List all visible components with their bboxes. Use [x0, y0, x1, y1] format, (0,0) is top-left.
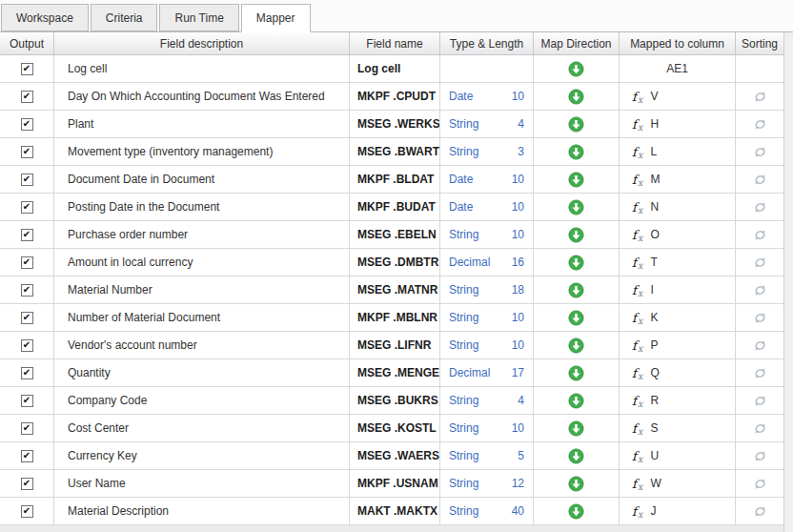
map-direction-cell[interactable]: [534, 442, 620, 469]
type-length-cell[interactable]: String10: [440, 221, 534, 248]
sorting-cell[interactable]: [736, 111, 783, 137]
type-length-cell[interactable]: [440, 55, 534, 82]
output-checkbox[interactable]: ✔: [21, 367, 33, 379]
mapped-to-column-cell[interactable]: fxN: [620, 194, 736, 220]
sorting-cell[interactable]: [736, 332, 783, 358]
column-header-sorting[interactable]: Sorting: [736, 32, 783, 54]
mapped-to-column-cell[interactable]: fxQ: [620, 359, 736, 386]
type-length-cell[interactable]: Date10: [440, 166, 534, 193]
vertical-scrollbar[interactable]: [783, 32, 793, 532]
map-direction-cell[interactable]: [534, 415, 620, 441]
map-direction-cell[interactable]: [534, 221, 620, 248]
sorting-cell[interactable]: [736, 83, 783, 110]
type-length-cell[interactable]: String10: [440, 332, 534, 358]
sorting-cell[interactable]: [736, 194, 783, 220]
map-direction-cell[interactable]: [534, 166, 620, 193]
map-direction-cell[interactable]: [534, 55, 620, 82]
length-value: 16: [512, 256, 524, 269]
output-checkbox[interactable]: ✔: [21, 312, 33, 324]
output-checkbox[interactable]: ✔: [21, 450, 33, 462]
type-length-cell[interactable]: String10: [440, 304, 534, 331]
sorting-cell[interactable]: [736, 276, 783, 303]
tab-workspace[interactable]: Workspace: [1, 4, 89, 31]
sorting-cell[interactable]: [736, 415, 783, 441]
map-direction-cell[interactable]: [534, 304, 620, 331]
type-length-cell[interactable]: String12: [440, 470, 534, 497]
map-direction-cell[interactable]: [534, 332, 620, 358]
column-header-output[interactable]: Output: [0, 32, 54, 54]
mapped-to-column-cell[interactable]: AE1: [620, 55, 736, 82]
sorting-cell[interactable]: [736, 166, 783, 193]
sorting-cell[interactable]: [736, 249, 783, 276]
output-checkbox[interactable]: ✔: [21, 63, 33, 75]
mapped-to-column-cell[interactable]: fxS: [620, 415, 736, 441]
type-length-cell[interactable]: Date10: [440, 83, 534, 110]
tab-run-time[interactable]: Run Time: [159, 4, 238, 31]
type-length-cell[interactable]: String10: [440, 415, 534, 441]
output-checkbox[interactable]: ✔: [21, 505, 33, 518]
output-checkbox[interactable]: ✔: [21, 174, 33, 186]
sorting-cell[interactable]: [736, 304, 783, 331]
output-checkbox[interactable]: ✔: [21, 395, 33, 407]
sorting-cell[interactable]: [736, 470, 783, 497]
column-header-mapped-to-column[interactable]: Mapped to column: [620, 32, 736, 54]
tab-criteria[interactable]: Criteria: [91, 4, 158, 31]
mapped-to-column-cell[interactable]: fxH: [620, 111, 736, 137]
column-header-field-description[interactable]: Field description: [54, 32, 350, 54]
mapped-to-column-cell[interactable]: fxK: [620, 304, 736, 331]
map-direction-cell[interactable]: [534, 249, 620, 276]
output-checkbox[interactable]: ✔: [21, 229, 33, 241]
mapped-to-column-cell[interactable]: fxI: [620, 276, 736, 303]
mapped-to-column-cell[interactable]: fxR: [620, 387, 736, 414]
mapped-to-column-cell[interactable]: fxU: [620, 442, 736, 469]
type-length-cell[interactable]: String40: [440, 498, 534, 524]
mapped-to-column-cell[interactable]: fxT: [620, 249, 736, 276]
column-header-type-length[interactable]: Type & Length: [440, 32, 534, 54]
map-direction-cell[interactable]: [534, 470, 620, 497]
map-direction-cell[interactable]: [534, 387, 620, 414]
mapped-to-column-cell[interactable]: fxV: [620, 83, 736, 110]
output-checkbox[interactable]: ✔: [21, 256, 33, 269]
mapped-to-column-cell[interactable]: fxJ: [620, 498, 736, 524]
sorting-cell[interactable]: [736, 387, 783, 414]
sorting-cell[interactable]: [736, 498, 783, 524]
mapped-to-column-cell[interactable]: fxM: [620, 166, 736, 193]
mapped-to-column-cell[interactable]: fxO: [620, 221, 736, 248]
output-checkbox[interactable]: ✔: [21, 118, 33, 131]
map-direction-cell[interactable]: [534, 359, 620, 386]
map-direction-cell[interactable]: [534, 276, 620, 303]
sorting-cell[interactable]: [736, 442, 783, 469]
map-direction-cell[interactable]: [534, 498, 620, 524]
map-direction-cell[interactable]: [534, 111, 620, 137]
map-direction-cell[interactable]: [534, 138, 620, 165]
column-header-field-name[interactable]: Field name: [350, 32, 440, 54]
output-checkbox[interactable]: ✔: [21, 146, 33, 158]
output-checkbox[interactable]: ✔: [21, 284, 33, 297]
output-checkbox[interactable]: ✔: [21, 478, 33, 490]
mapped-to-column-cell[interactable]: fxW: [620, 470, 736, 497]
type-length-cell[interactable]: Decimal16: [440, 249, 534, 276]
output-checkbox[interactable]: ✔: [21, 339, 33, 352]
output-checkbox[interactable]: ✔: [21, 201, 33, 214]
map-direction-cell[interactable]: [534, 194, 620, 220]
sorting-cell[interactable]: [736, 138, 783, 165]
sorting-cell[interactable]: [736, 221, 783, 248]
table-row: ✔Posting Date in the DocumentMKPF .BUDAT…: [0, 194, 783, 221]
tab-mapper[interactable]: Mapper: [241, 4, 311, 32]
output-checkbox[interactable]: ✔: [21, 422, 33, 435]
map-direction-cell[interactable]: [534, 83, 620, 110]
mapped-to-column-cell[interactable]: fxP: [620, 332, 736, 358]
type-length-cell[interactable]: Date10: [440, 194, 534, 220]
output-checkbox[interactable]: ✔: [21, 91, 33, 103]
length-value: 4: [518, 394, 524, 407]
sorting-cell[interactable]: [736, 55, 783, 82]
type-length-cell[interactable]: String4: [440, 111, 534, 137]
type-length-cell[interactable]: String4: [440, 387, 534, 414]
type-length-cell[interactable]: String5: [440, 442, 534, 469]
column-header-map-direction[interactable]: Map Direction: [534, 32, 620, 54]
type-length-cell[interactable]: String18: [440, 276, 534, 303]
type-length-cell[interactable]: Decimal17: [440, 359, 534, 386]
sorting-cell[interactable]: [736, 359, 783, 386]
mapped-to-column-cell[interactable]: fxL: [620, 138, 736, 165]
type-length-cell[interactable]: String3: [440, 138, 534, 165]
